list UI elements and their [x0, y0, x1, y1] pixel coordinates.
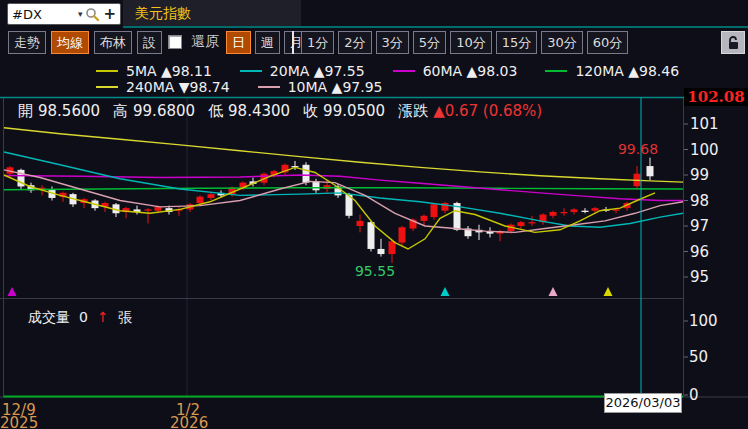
price-axis-label: 100	[690, 141, 719, 159]
ma-line-5ma	[4, 167, 655, 249]
candle	[378, 249, 385, 254]
candle	[145, 209, 152, 210]
candle	[647, 166, 654, 176]
candle	[592, 208, 599, 211]
high-price-annotation: 99.68	[618, 141, 658, 157]
marker-cyan-icon	[441, 287, 450, 296]
candle	[357, 221, 364, 226]
high-label: 高	[113, 102, 128, 121]
volume-value: 0	[79, 309, 88, 327]
candle	[197, 197, 204, 203]
volume-info-bar: 成交量 0 ↑ 張	[28, 309, 132, 327]
candle	[399, 227, 406, 242]
price-axis-label: 99	[690, 166, 709, 184]
volume-axis-label: 50	[689, 348, 708, 366]
price-axis-label: 101	[690, 115, 719, 133]
price-axis-label: 96	[690, 243, 709, 261]
volume-label: 成交量	[28, 309, 70, 327]
marker-pink-icon	[549, 287, 558, 296]
change-value: ▲0.67 (0.68%)	[433, 102, 542, 121]
candle	[518, 222, 525, 226]
candle	[561, 212, 568, 213]
date-tooltip: 2026/03/03	[604, 393, 682, 413]
high-value: 99.6800	[133, 102, 195, 121]
candle	[550, 212, 557, 216]
low-price-annotation: 95.55	[355, 263, 395, 279]
candle	[582, 211, 589, 212]
price-axis-label: 95	[690, 268, 709, 286]
volume-axis-label: 100	[689, 312, 718, 330]
low-label: 低	[208, 102, 223, 121]
date-axis-label: 2025	[0, 414, 38, 429]
candle	[431, 204, 438, 217]
ma-line-120ma	[4, 188, 683, 190]
volume-unit: 張	[118, 309, 132, 327]
close-value: 99.0500	[323, 102, 385, 121]
volume-axis-label: 0	[689, 386, 699, 404]
ohlc-info-bar: 開98.5600 高99.6800 低98.4300 收99.0500 漲跌▲0…	[18, 102, 542, 121]
price-axis-label: 97	[690, 217, 709, 235]
candle	[208, 194, 215, 198]
ma-line-10ma	[4, 170, 683, 233]
change-label: 漲跌	[398, 102, 428, 121]
up-arrow-icon: ↑	[97, 309, 109, 327]
low-value: 98.4300	[228, 102, 290, 121]
date-axis-label: 2026	[170, 414, 208, 429]
candlestick-chart[interactable]: 101100999897969510050012/920251/2202699.…	[0, 0, 748, 429]
open-label: 開	[18, 102, 33, 121]
trading-app-window: #DX ▾ + 美元指數 走勢均線布林設 還原 日週月 1分2分3分5分10分1…	[0, 0, 748, 429]
marker-magenta-icon	[8, 287, 17, 296]
candle	[529, 222, 536, 223]
price-axis-label: 98	[690, 192, 709, 210]
candle	[303, 165, 310, 183]
candle	[368, 222, 375, 249]
marker-yellow-icon	[604, 287, 613, 296]
candle	[421, 216, 428, 221]
candle	[313, 181, 320, 190]
ma-line-240ma	[4, 128, 683, 182]
close-label: 收	[303, 102, 318, 121]
open-value: 98.5600	[38, 102, 100, 121]
max-price-label: 102.08	[684, 88, 748, 106]
candle	[389, 241, 396, 254]
candle	[571, 209, 578, 212]
